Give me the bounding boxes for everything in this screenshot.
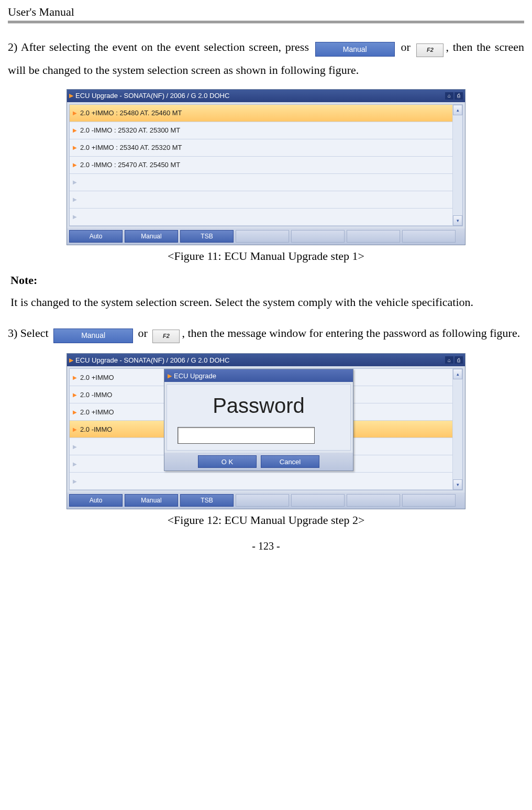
list-item-empty: ▶ [70, 209, 452, 226]
password-label: Password [178, 394, 340, 418]
scroll-down-icon[interactable]: ▾ [453, 215, 462, 226]
list-item-label: 2.0 -IMMO [80, 391, 112, 399]
caret-icon: ▶ [73, 145, 77, 150]
scrollbar[interactable]: ▴ ▾ [452, 369, 462, 490]
list-item-label: 2.0 +IMMO : 25340 AT. 25320 MT [80, 144, 182, 151]
list-item-label: 2.0 -IMMO : 25470 AT. 25450 MT [80, 161, 180, 169]
manual-button-inline-2: Manual [53, 329, 133, 343]
figure-12-caption: <Figure 12: ECU Manual Upgrade step 2> [8, 513, 524, 527]
caret-icon: ▶ [73, 179, 77, 185]
step3-mid: or [138, 326, 148, 340]
toolbar-slot-empty [402, 494, 456, 507]
dialog-titlebar: ▶ ECU Upgrade [164, 369, 353, 382]
list-item[interactable]: ▶ 2.0 +IMMO : 25480 AT. 25460 MT [70, 105, 452, 122]
scroll-track[interactable] [453, 379, 462, 479]
caret-icon: ▶ [73, 478, 77, 484]
window-titlebar: ▶ ECU Upgrade - SONATA(NF) / 2006 / G 2.… [67, 354, 465, 366]
figure-11-caption: <Figure 11: ECU Manual Upgrade step 1> [8, 249, 524, 263]
bottom-toolbar: Auto Manual TSB [67, 228, 465, 245]
list-item-label: 2.0 +IMMO [80, 408, 114, 416]
scrollbar[interactable]: ▴ ▾ [452, 105, 462, 226]
system-list: ▶ 2.0 +IMMO : 25480 AT. 25460 MT ▶ 2.0 -… [69, 104, 463, 226]
system-list: ▶ 2.0 +IMMO ▶ 2.0 -IMMO ▶ 2.0 +IMMO ▶ 2.… [69, 368, 463, 490]
tsb-button[interactable]: TSB [180, 494, 234, 507]
list-item-label: 2.0 +IMMO : 25480 AT. 25460 MT [80, 109, 182, 117]
step-2-text: 2) After selecting the event on the even… [8, 36, 524, 81]
auto-button[interactable]: Auto [69, 494, 123, 507]
home-icon[interactable]: ⌂ [445, 92, 453, 100]
toolbar-slot-empty [291, 230, 345, 243]
step2-prefix: 2) After selecting the event on the even… [8, 40, 309, 53]
scroll-track[interactable] [453, 115, 462, 215]
caret-icon: ▶ [73, 461, 77, 467]
caret-icon: ▶ [73, 444, 77, 450]
list-item-empty: ▶ [70, 191, 452, 209]
list-item-empty: ▶ [70, 174, 452, 191]
dialog-title: ECU Upgrade [174, 372, 216, 380]
f2-button-inline-2: F2 [152, 330, 180, 343]
caret-icon: ▶ [73, 426, 77, 432]
manual-button-inline-1: Manual [315, 42, 395, 57]
ecu-upgrade-window-1: ▶ ECU Upgrade - SONATA(NF) / 2006 / G 2.… [66, 89, 465, 245]
ecu-upgrade-window-2: ▶ ECU Upgrade - SONATA(NF) / 2006 / G 2.… [66, 353, 465, 509]
tsb-button[interactable]: TSB [180, 230, 234, 243]
caret-icon: ▶ [73, 214, 77, 220]
toolbar-slot-empty [291, 494, 345, 507]
scroll-up-icon[interactable]: ▴ [453, 105, 462, 115]
caret-icon: ▶ [73, 110, 77, 116]
note-text: It is changed to the system selection sc… [10, 291, 524, 313]
toolbar-slot-empty [347, 494, 400, 507]
title-caret-icon: ▶ [168, 373, 172, 379]
manual-button[interactable]: Manual [125, 494, 178, 507]
note-label: Note: [10, 273, 524, 287]
title-caret-icon: ▶ [69, 357, 73, 364]
list-item-label: 2.0 -IMMO [80, 425, 112, 433]
camera-icon[interactable]: ⎙ [455, 92, 463, 100]
caret-icon: ▶ [73, 127, 77, 133]
home-icon[interactable]: ⌂ [445, 356, 453, 364]
caret-icon: ▶ [73, 196, 77, 202]
title-caret-icon: ▶ [69, 92, 73, 99]
list-item[interactable]: ▶ 2.0 -IMMO : 25320 AT. 25300 MT [70, 122, 452, 139]
list-item-empty: ▶ [70, 473, 452, 490]
caret-icon: ▶ [73, 392, 77, 398]
toolbar-slot-empty [402, 230, 456, 243]
bottom-toolbar: Auto Manual TSB [67, 492, 465, 509]
list-item[interactable]: ▶ 2.0 +IMMO : 25340 AT. 25320 MT [70, 139, 452, 157]
scroll-down-icon[interactable]: ▾ [453, 479, 462, 490]
page-header: User's Manual [8, 5, 524, 23]
list-item-label: 2.0 +IMMO [80, 374, 114, 381]
toolbar-slot-empty [236, 230, 289, 243]
step-3-text: 3) Select Manual or F2 , then the messag… [8, 322, 524, 345]
list-item[interactable]: ▶ 2.0 -IMMO : 25470 AT. 25450 MT [70, 157, 452, 174]
step3-prefix: 3) Select [8, 326, 49, 340]
password-input[interactable] [178, 427, 315, 444]
f2-button-inline-1: F2 [416, 43, 444, 57]
window-title: ECU Upgrade - SONATA(NF) / 2006 / G 2.0 … [75, 92, 445, 100]
list-item-label: 2.0 -IMMO : 25320 AT. 25300 MT [80, 126, 180, 134]
toolbar-slot-empty [347, 230, 400, 243]
auto-button[interactable]: Auto [69, 230, 123, 243]
ok-button[interactable]: O K [198, 455, 257, 468]
window-title: ECU Upgrade - SONATA(NF) / 2006 / G 2.0 … [75, 356, 445, 364]
caret-icon: ▶ [73, 162, 77, 168]
page-number: - 123 - [8, 540, 524, 552]
password-dialog: ▶ ECU Upgrade Password O K Cancel [164, 369, 353, 471]
camera-icon[interactable]: ⎙ [455, 356, 463, 364]
step2-mid: or [401, 40, 410, 53]
step3-suffix: , then the message window for entering t… [182, 326, 520, 340]
cancel-button[interactable]: Cancel [261, 455, 319, 468]
caret-icon: ▶ [73, 409, 77, 415]
toolbar-slot-empty [236, 494, 289, 507]
manual-button[interactable]: Manual [125, 230, 178, 243]
scroll-up-icon[interactable]: ▴ [453, 369, 462, 379]
window-titlebar: ▶ ECU Upgrade - SONATA(NF) / 2006 / G 2.… [67, 90, 465, 102]
caret-icon: ▶ [73, 375, 77, 380]
